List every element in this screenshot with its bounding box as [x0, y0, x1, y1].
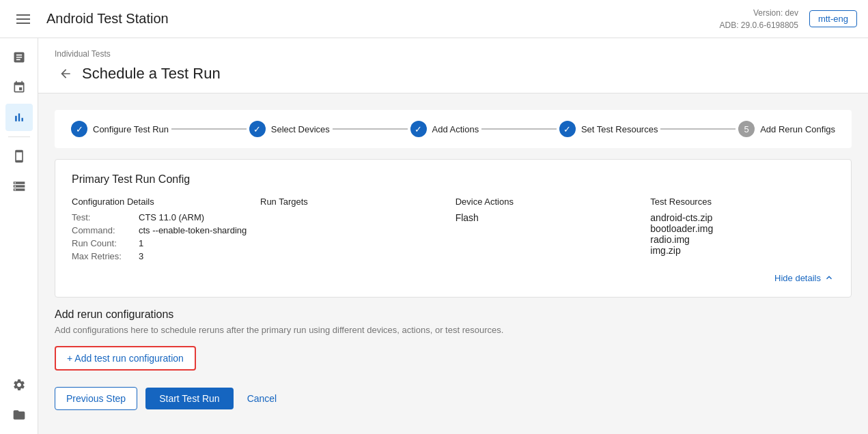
step-num-icon-5: 5 — [738, 121, 755, 137]
config-header: Configuration Details — [72, 197, 249, 207]
test-value: CTS 11.0 (ARM) — [139, 212, 204, 222]
footer-actions: Previous Step Start Test Run Cancel — [55, 387, 852, 410]
device-action-flash: Flash — [456, 212, 640, 223]
version-info: Version: dev ADB: 29.0.6-6198805 — [720, 7, 798, 31]
start-test-run-button[interactable]: Start Test Run — [145, 388, 233, 409]
command-label: Command: — [72, 225, 133, 235]
resource-2: bootloader.img — [650, 223, 835, 234]
hide-details-button[interactable]: Hide details — [72, 272, 835, 283]
max-retries-value: 3 — [139, 251, 143, 261]
sidebar-item-tests[interactable] — [5, 44, 33, 71]
resource-1: android-cts.zip — [650, 212, 835, 223]
sidebar — [0, 38, 38, 434]
run-count-label: Run Count: — [72, 238, 133, 248]
add-rerun-desc: Add configurations here to schedule reru… — [55, 325, 852, 335]
step-actions: ✓ Add Actions — [410, 121, 479, 137]
command-value: cts --enable-token-sharding — [139, 225, 247, 235]
sidebar-bottom — [5, 371, 33, 429]
sidebar-item-resources[interactable] — [5, 173, 33, 200]
test-label: Test: — [72, 212, 133, 222]
add-rerun-title: Add rerun configurations — [55, 308, 852, 321]
cancel-button[interactable]: Cancel — [242, 388, 283, 409]
primary-config-card: Primary Test Run Config Configuration De… — [55, 159, 852, 298]
run-count-value: 1 — [139, 238, 143, 248]
step-connector-1 — [171, 128, 247, 130]
breadcrumb-area: Individual Tests Schedule a Test Run — [38, 38, 868, 93]
resource-3: radio.img — [650, 234, 835, 245]
step-label-2: Select Devices — [271, 124, 330, 134]
step-label-5: Add Rerun Configs — [760, 124, 835, 134]
step-resources: ✓ Set Test Resources — [559, 121, 658, 137]
run-targets-header: Run Targets — [260, 197, 445, 207]
breadcrumb: Individual Tests — [55, 49, 852, 59]
app-title: Android Test Station — [46, 11, 169, 27]
test-resources-header: Test Resources — [650, 197, 835, 207]
run-targets-section: Run Targets — [260, 197, 445, 264]
device-actions-header: Device Actions — [456, 197, 640, 207]
step-connector-2 — [333, 128, 408, 130]
step-rerun: 5 Add Rerun Configs — [738, 121, 835, 137]
sidebar-item-devices[interactable] — [5, 143, 33, 170]
sidebar-item-schedule[interactable] — [5, 74, 33, 101]
step-label-4: Set Test Resources — [581, 124, 658, 134]
sidebar-item-settings[interactable] — [5, 371, 33, 399]
step-connector-3 — [481, 128, 557, 130]
app-header: Android Test Station Version: dev ADB: 2… — [0, 0, 868, 38]
sidebar-item-files[interactable] — [5, 401, 33, 429]
primary-card-title: Primary Test Run Config — [72, 173, 835, 186]
add-rerun-section: Add rerun configurations Add configurati… — [55, 308, 852, 371]
config-grid: Configuration Details Test: CTS 11.0 (AR… — [72, 197, 835, 264]
step-label-1: Configure Test Run — [93, 124, 169, 134]
stepper: ✓ Configure Test Run ✓ Select Devices ✓ … — [55, 110, 852, 148]
main-content: Individual Tests Schedule a Test Run ✓ C… — [38, 38, 868, 434]
back-button[interactable] — [55, 63, 76, 85]
step-connector-4 — [660, 128, 736, 130]
add-config-button[interactable]: + Add test run configuration — [55, 346, 196, 371]
previous-step-button[interactable]: Previous Step — [55, 387, 137, 410]
step-done-icon-3: ✓ — [410, 121, 427, 137]
test-resources-section: Test Resources android-cts.zip bootloade… — [650, 197, 835, 264]
resource-4: img.zip — [650, 245, 835, 256]
profile-button[interactable]: mtt-eng — [809, 10, 857, 27]
step-configure: ✓ Configure Test Run — [71, 121, 169, 137]
page-title: Schedule a Test Run — [82, 65, 221, 83]
config-details-section: Configuration Details Test: CTS 11.0 (AR… — [72, 197, 249, 264]
step-done-icon-2: ✓ — [249, 121, 266, 137]
device-actions-section: Device Actions Flash — [456, 197, 640, 264]
sidebar-item-analytics[interactable] — [5, 104, 33, 131]
hamburger-menu[interactable] — [11, 9, 36, 29]
step-label-3: Add Actions — [432, 124, 479, 134]
step-devices: ✓ Select Devices — [249, 121, 330, 137]
step-done-icon-1: ✓ — [71, 121, 87, 137]
max-retries-label: Max Retries: — [72, 251, 133, 261]
step-done-icon-4: ✓ — [559, 121, 576, 137]
sidebar-divider — [8, 136, 30, 137]
